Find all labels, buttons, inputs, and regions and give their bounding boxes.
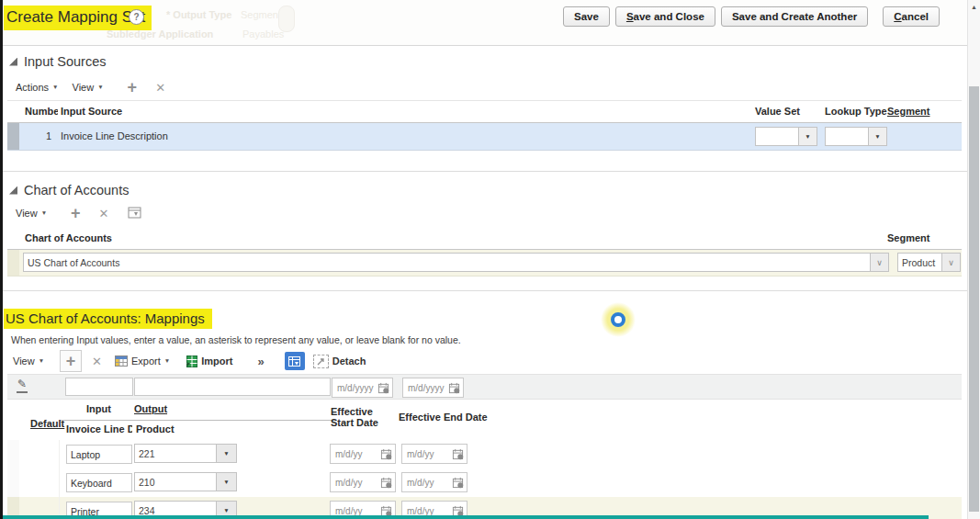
- freeze-button[interactable]: [285, 352, 305, 370]
- cancel-button[interactable]: Cancel: [883, 6, 940, 27]
- chart-of-accounts-table: Chart of Accounts Segment ∨ ∨: [7, 229, 962, 276]
- caret-down-icon: ▼: [164, 358, 170, 365]
- filter-start-date[interactable]: m/d/yyyy: [332, 378, 393, 398]
- input-value-field[interactable]: [66, 445, 132, 464]
- dropdown-arrow-icon[interactable]: ▼: [216, 444, 237, 463]
- lookup-type-input[interactable]: [825, 127, 868, 146]
- col-invoice-line-desc[interactable]: Invoice Line Desc: [66, 423, 132, 434]
- section-divider: [0, 171, 967, 172]
- dropdown-arrow-icon[interactable]: ▼: [868, 127, 887, 146]
- table-header-row: Chart of Accounts Segment: [7, 229, 962, 250]
- add-row-icon[interactable]: +: [71, 207, 81, 220]
- col-segment[interactable]: Segment: [887, 106, 929, 117]
- view-menu[interactable]: View▼: [16, 208, 47, 219]
- chevron-down-icon[interactable]: ∨: [941, 253, 961, 272]
- col-lookup-type[interactable]: Lookup Type: [825, 106, 887, 117]
- save-and-close-button[interactable]: Save and Close: [615, 6, 715, 27]
- row-selector[interactable]: [7, 250, 19, 276]
- col-effective-start-date[interactable]: Effective Start Date: [331, 406, 393, 428]
- calendar-icon[interactable]: [377, 382, 389, 394]
- mapping-row-laptop[interactable]: ▼ m/d/yy m/d/yy: [7, 440, 962, 469]
- detach-icon[interactable]: [128, 207, 142, 220]
- output-value-field[interactable]: [134, 472, 216, 491]
- col-effective-end-date[interactable]: Effective End Date: [399, 412, 488, 423]
- value-set-combobox: ▼: [755, 127, 817, 146]
- ghost-subledger-value: Payables: [242, 28, 284, 39]
- col-product[interactable]: Product: [136, 423, 175, 434]
- calendar-icon[interactable]: [452, 448, 464, 460]
- output-value-field[interactable]: [134, 444, 216, 463]
- row-selector[interactable]: [7, 468, 19, 497]
- col-group-input[interactable]: Input: [86, 403, 111, 414]
- input-sources-header[interactable]: Input Sources: [9, 54, 106, 69]
- calendar-icon[interactable]: [380, 477, 392, 489]
- ghost-output-type-label: * Output Type: [166, 9, 231, 20]
- start-date-field[interactable]: m/d/yy: [330, 444, 396, 464]
- page-header: Create Mapping Set ? * Output Type Segme…: [0, 0, 967, 46]
- ghost-icon: [278, 6, 295, 32]
- save-and-create-another-button[interactable]: Save and Create Another: [721, 6, 868, 27]
- row-selector[interactable]: [7, 440, 19, 468]
- delete-row-icon[interactable]: ✕: [92, 355, 102, 367]
- input-value-field[interactable]: [66, 473, 132, 492]
- start-date-field[interactable]: m/d/yy: [330, 472, 396, 492]
- caret-down-icon: ▼: [39, 358, 44, 365]
- help-icon[interactable]: ?: [129, 9, 144, 25]
- col-number[interactable]: Number: [25, 106, 58, 117]
- chart-of-accounts-header[interactable]: Chart of Accounts: [9, 183, 129, 197]
- col-value-set[interactable]: Value Set: [755, 106, 800, 117]
- header-action-buttons: Save Save and Close Save and Create Anot…: [563, 6, 940, 27]
- output-combobox: ▼: [134, 444, 237, 463]
- calendar-icon[interactable]: [380, 448, 392, 460]
- dropdown-arrow-icon[interactable]: ▼: [798, 127, 817, 146]
- scrollbar-thumb[interactable]: [969, 86, 979, 512]
- filter-input-source[interactable]: [65, 378, 133, 396]
- import-icon: [185, 355, 197, 367]
- chevron-down-icon[interactable]: ∨: [870, 253, 889, 272]
- default-cell[interactable]: [19, 440, 60, 468]
- actions-menu[interactable]: Actions▼: [16, 82, 59, 93]
- col-segment[interactable]: Segment: [887, 232, 929, 243]
- mapping-row-keyboard[interactable]: ▼ m/d/yy m/d/yy: [7, 468, 962, 498]
- view-menu[interactable]: View▼: [13, 355, 44, 367]
- col-group-output[interactable]: Output: [134, 403, 167, 414]
- filter-end-date[interactable]: m/d/yyyy: [402, 378, 464, 398]
- add-row-icon[interactable]: +: [128, 81, 138, 94]
- filter-output[interactable]: [134, 378, 331, 396]
- row-selector[interactable]: [7, 123, 19, 150]
- end-date-field[interactable]: m/d/yy: [401, 444, 467, 464]
- add-row-button[interactable]: +: [60, 350, 82, 372]
- toolbar-overflow-icon[interactable]: »: [257, 355, 264, 368]
- collapse-triangle-icon[interactable]: [9, 58, 17, 66]
- plus-icon: +: [66, 355, 76, 367]
- default-cell[interactable]: [19, 468, 60, 497]
- col-default[interactable]: Default: [30, 418, 64, 429]
- collapse-triangle-icon[interactable]: [9, 186, 17, 195]
- query-by-example-icon[interactable]: ✎: [17, 378, 28, 393]
- col-input-source[interactable]: Input Source: [61, 106, 122, 117]
- col-chart-of-accounts[interactable]: Chart of Accounts: [25, 232, 112, 243]
- caret-down-icon: ▼: [97, 85, 103, 91]
- chart-of-accounts-input[interactable]: [23, 253, 870, 272]
- view-menu[interactable]: View▼: [73, 82, 104, 93]
- save-button[interactable]: Save: [563, 6, 610, 27]
- segment-input[interactable]: [897, 253, 941, 272]
- ghost-output-type-value: Segment: [241, 9, 281, 20]
- detach-button[interactable]: Detach: [313, 355, 366, 368]
- segment-combobox: ∨: [897, 253, 961, 272]
- dropdown-arrow-icon[interactable]: ▼: [216, 472, 237, 491]
- delete-row-icon[interactable]: ✕: [99, 208, 109, 220]
- table-row[interactable]: ∨ ∨: [7, 250, 962, 276]
- filter-row: ✎ m/d/yyyy m/d/yyyy: [7, 374, 962, 400]
- delete-row-icon[interactable]: ✕: [155, 82, 165, 94]
- value-set-input[interactable]: [755, 127, 798, 146]
- scroll-up-icon[interactable]: ▲: [970, 3, 978, 11]
- calendar-icon[interactable]: [452, 477, 464, 489]
- calendar-icon[interactable]: [448, 382, 460, 394]
- table-row[interactable]: 1 Invoice Line Description ▼ ▼: [7, 123, 962, 151]
- import-button[interactable]: Import: [185, 355, 232, 367]
- export-menu[interactable]: Export▼: [115, 355, 170, 367]
- create-mapping-set-page: Create Mapping Set ? * Output Type Segme…: [0, 0, 980, 519]
- vertical-scrollbar[interactable]: ▲: [967, 0, 980, 519]
- end-date-field[interactable]: m/d/yy: [401, 472, 467, 492]
